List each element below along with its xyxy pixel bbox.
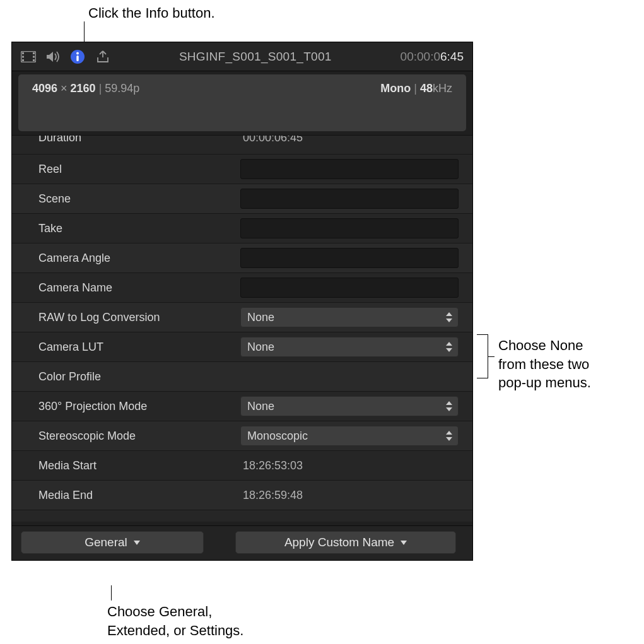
- row-partial-bottom: [12, 510, 472, 522]
- svg-rect-6: [33, 59, 35, 61]
- audio-format: Mono | 48kHz: [380, 82, 452, 95]
- row-projection-mode: 360° Projection Mode None: [12, 392, 472, 421]
- popup-raw-to-log[interactable]: None: [240, 307, 459, 327]
- label-camera-angle: Camera Angle: [38, 252, 240, 265]
- label-stereoscopic: Stereoscopic Mode: [38, 430, 240, 443]
- input-reel[interactable]: [240, 159, 459, 179]
- clip-title: SHGINF_S001_S001_T001: [110, 50, 401, 64]
- label-duration: Duration: [38, 136, 240, 144]
- chevron-down-icon: [401, 541, 407, 545]
- row-media-start: Media Start 18:26:53:03: [12, 451, 472, 481]
- input-camera-name[interactable]: [240, 278, 459, 298]
- label-media-start: Media Start: [38, 459, 240, 472]
- row-camera-lut: Camera LUT None: [12, 332, 472, 362]
- svg-point-8: [76, 52, 79, 54]
- svg-rect-9: [76, 56, 78, 61]
- label-reel: Reel: [38, 163, 240, 176]
- svg-rect-4: [33, 52, 35, 54]
- row-scene: Scene: [12, 184, 472, 214]
- row-camera-name: Camera Name: [12, 273, 472, 303]
- callout-bracket-stem: [488, 356, 495, 357]
- label-color-profile: Color Profile: [38, 370, 240, 383]
- row-take: Take: [12, 214, 472, 243]
- share-tab-icon[interactable]: [95, 50, 110, 64]
- svg-rect-3: [22, 59, 24, 61]
- info-tab-icon[interactable]: [70, 49, 85, 64]
- inspector-bottom-bar: General Apply Custom Name: [12, 525, 472, 560]
- callout-bracket-right: [477, 334, 488, 378]
- value-media-end: 18:26:59:48: [240, 489, 459, 502]
- row-reel: Reel: [12, 155, 472, 184]
- callout-info-button: Click the Info button.: [88, 4, 215, 23]
- label-media-end: Media End: [38, 489, 240, 502]
- row-color-profile: Color Profile: [12, 362, 472, 392]
- label-projection-mode: 360° Projection Mode: [38, 400, 240, 413]
- row-raw-to-log: RAW to Log Conversion None: [12, 303, 472, 332]
- callout-line-bottom: [111, 585, 112, 600]
- popup-stereoscopic[interactable]: Monoscopic: [240, 426, 459, 446]
- info-inspector-panel: SHGINF_S001_S001_T001 00:00:06:45 4096 ×…: [11, 42, 473, 561]
- label-camera-name: Camera Name: [38, 281, 240, 295]
- video-format: 4096 × 2160 | 59.94p: [32, 82, 139, 95]
- row-stereoscopic: Stereoscopic Mode Monoscopic: [12, 421, 472, 451]
- label-camera-lut: Camera LUT: [38, 341, 240, 354]
- input-take[interactable]: [240, 218, 459, 238]
- audio-tab-icon[interactable]: [46, 50, 60, 63]
- row-media-end: Media End 18:26:59:48: [12, 481, 472, 510]
- label-take: Take: [38, 222, 240, 235]
- input-scene[interactable]: [240, 189, 459, 209]
- value-duration: 00:00:06:45: [240, 136, 459, 144]
- svg-rect-1: [22, 52, 24, 54]
- svg-rect-2: [22, 56, 24, 57]
- label-raw-to-log: RAW to Log Conversion: [38, 311, 240, 324]
- label-scene: Scene: [38, 192, 240, 206]
- callout-popup-menus: Choose None from these two pop-up menus.: [498, 336, 591, 392]
- popup-projection-mode[interactable]: None: [240, 396, 459, 416]
- metadata-view-popup[interactable]: General: [21, 531, 204, 554]
- svg-rect-5: [33, 56, 35, 57]
- row-duration: Duration 00:00:06:45: [12, 136, 472, 155]
- chevron-down-icon: [134, 541, 140, 545]
- timecode-display: 00:00:06:45: [401, 50, 464, 64]
- row-camera-angle: Camera Angle: [12, 243, 472, 273]
- inspector-toolbar: SHGINF_S001_S001_T001 00:00:06:45: [12, 42, 472, 71]
- value-media-start: 18:26:53:03: [240, 459, 459, 472]
- popup-camera-lut[interactable]: None: [240, 337, 459, 357]
- info-fields: Duration 00:00:06:45 Reel Scene Take Cam…: [12, 135, 472, 525]
- video-tab-icon[interactable]: [21, 51, 36, 62]
- callout-general-popup: Choose General, Extended, or Settings.: [107, 602, 243, 640]
- apply-custom-name-popup[interactable]: Apply Custom Name: [235, 531, 456, 554]
- input-camera-angle[interactable]: [240, 248, 459, 268]
- format-strip: 4096 × 2160 | 59.94p Mono | 48kHz: [18, 74, 466, 131]
